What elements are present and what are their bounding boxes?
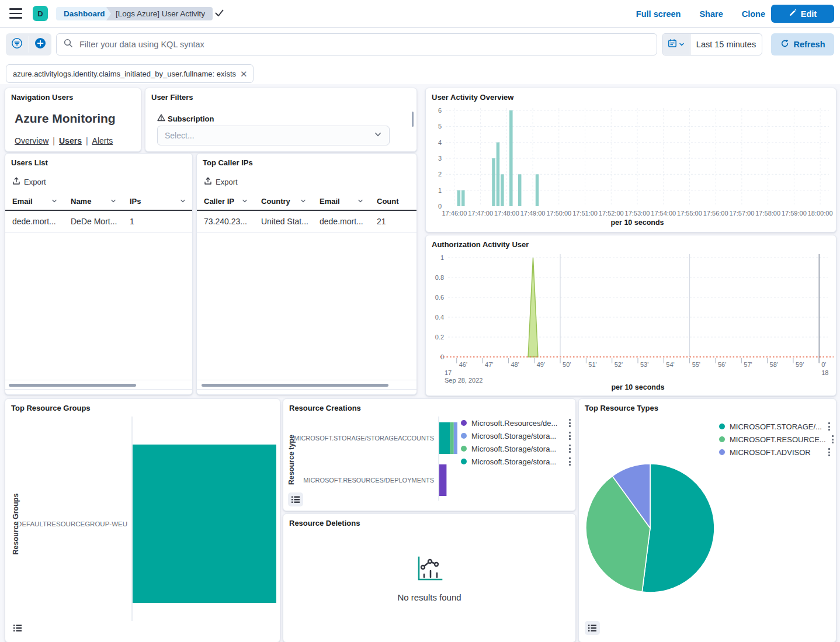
cell-ips: 1	[123, 217, 192, 226]
legend-dot	[719, 449, 725, 455]
search-input[interactable]	[78, 39, 650, 50]
add-filter-button[interactable]	[29, 33, 52, 55]
svg-text:55': 55'	[692, 361, 700, 368]
clone-button[interactable]: Clone	[742, 9, 765, 19]
column-header-email[interactable]: Email	[5, 197, 64, 206]
svg-text:per 10 seconds: per 10 seconds	[611, 383, 664, 391]
legend-options-icon[interactable]	[831, 434, 835, 445]
column-header-name[interactable]: Name	[64, 197, 123, 206]
table-row[interactable]: 73.240.23... United Stat... dede.mort...…	[197, 211, 416, 232]
edit-button[interactable]: Edit	[771, 5, 834, 23]
subscription-select[interactable]: Select...	[157, 126, 390, 145]
nav-link-overview[interactable]: Overview	[15, 136, 48, 145]
panel-title: Resource Creations	[289, 404, 361, 412]
table-row[interactable]: dede.mort... DeDe Mort... 1	[5, 211, 192, 232]
legend-label: Microsoft.Resources/de...	[471, 419, 563, 428]
refresh-button[interactable]: Refresh	[771, 33, 834, 55]
legend-options-icon[interactable]	[827, 421, 831, 432]
saved-query-menu-button[interactable]	[6, 33, 29, 55]
column-header-count[interactable]: Count	[370, 197, 416, 206]
legend-label: MICROSOFT.STORAGE/...	[730, 422, 822, 431]
separator: |	[86, 136, 88, 145]
menu-icon[interactable]	[9, 8, 22, 19]
space-avatar[interactable]: D	[33, 6, 48, 21]
chevron-down-icon	[374, 130, 382, 141]
header-actions: Full screen Share Clone	[636, 0, 765, 27]
legend-toggle-button[interactable]	[10, 621, 25, 635]
legend-toggle-button[interactable]	[585, 621, 600, 635]
export-button[interactable]: Export	[204, 177, 238, 187]
filter-pill-label: azure.activitylogs.identity.claims_initi…	[13, 70, 236, 78]
check-icon[interactable]	[215, 9, 224, 19]
legend-item[interactable]: Microsoft.Storage/stora...	[461, 429, 572, 442]
panel-title: Authorization Activity User	[432, 240, 529, 249]
panel-title: Top Caller IPs	[203, 158, 253, 167]
breadcrumb-dashboard[interactable]: Dashboard	[56, 7, 114, 20]
horizontal-scrollbar[interactable]	[9, 384, 136, 387]
svg-text:57': 57'	[744, 361, 752, 368]
applied-filter-pill[interactable]: azure.activitylogs.identity.claims_initi…	[6, 64, 254, 83]
refresh-button-label: Refresh	[794, 40, 825, 49]
svg-text:17:47:00: 17:47:00	[468, 210, 493, 217]
panel-top-resource-groups: Top Resource Groups DEFAULTRESOURCEGROUP…	[5, 398, 280, 642]
divider	[197, 389, 416, 390]
legend-item[interactable]: MICROSOFT.ADVISOR	[719, 446, 831, 459]
svg-text:18: 18	[821, 369, 828, 376]
column-header-ips[interactable]: IPs	[123, 197, 192, 206]
legend-item[interactable]: Microsoft.Storage/stora...	[461, 442, 572, 455]
svg-text:DEFAULTRESOURCEGROUP-WEU: DEFAULTRESOURCEGROUP-WEU	[17, 520, 127, 528]
top-resource-groups-chart[interactable]: DEFAULTRESOURCEGROUP-WEUResource Groups	[8, 415, 277, 626]
legend-label: Microsoft.Storage/stora...	[471, 445, 563, 453]
time-range-value[interactable]: Last 15 minutes	[690, 34, 762, 55]
svg-text:51': 51'	[588, 361, 596, 368]
authorization-activity-chart[interactable]: 00.20.40.60.8146'47'48'49'50'51'52'53'54…	[428, 252, 834, 395]
sort-chevron-icon	[357, 197, 364, 204]
legend-options-icon[interactable]	[568, 456, 572, 467]
legend-item[interactable]: MICROSOFT.RESOURCE...	[719, 433, 831, 446]
remove-filter-icon[interactable]: ✕	[240, 70, 248, 78]
export-label: Export	[24, 178, 46, 186]
user-activity-overview-chart[interactable]: 012345617:46:0017:47:0017:48:0017:49:001…	[428, 105, 834, 232]
legend-item[interactable]: MICROSOFT.STORAGE/...	[719, 420, 831, 433]
top-header: D Dashboard [Logs Azure] User Activity F…	[0, 0, 840, 28]
time-range-picker[interactable]: Last 15 minutes	[662, 33, 762, 55]
nav-link-users[interactable]: Users	[59, 136, 82, 145]
export-button[interactable]: Export	[12, 177, 46, 187]
sort-chevron-icon	[110, 197, 117, 204]
legend-dot	[461, 459, 467, 464]
field-label-text: Subscription	[168, 114, 214, 123]
share-button[interactable]: Share	[699, 9, 723, 19]
chevron-down-icon	[679, 39, 685, 50]
horizontal-scrollbar[interactable]	[202, 384, 388, 387]
svg-text:17: 17	[445, 369, 452, 376]
list-icon	[291, 495, 300, 504]
full-screen-button[interactable]: Full screen	[636, 9, 681, 19]
column-header-email[interactable]: Email	[313, 197, 370, 206]
breadcrumb-current-page[interactable]: [Logs Azure] User Activity	[106, 7, 213, 20]
legend-options-icon[interactable]	[568, 418, 572, 428]
calendar-menu-button[interactable]	[662, 34, 690, 55]
legend-options-icon[interactable]	[568, 431, 572, 441]
legend-options-icon[interactable]	[568, 443, 572, 454]
sort-chevron-icon	[241, 197, 248, 204]
svg-text:17:57:00: 17:57:00	[730, 210, 755, 217]
svg-text:0.8: 0.8	[435, 274, 444, 281]
svg-text:3: 3	[438, 155, 442, 162]
legend-dot	[461, 446, 467, 452]
top-resource-types-chart[interactable]	[579, 457, 721, 602]
warning-icon	[157, 114, 165, 123]
svg-text:Resource Groups: Resource Groups	[12, 494, 20, 555]
nav-link-alerts[interactable]: Alerts	[92, 136, 113, 145]
svg-text:58': 58'	[770, 361, 778, 368]
svg-text:49': 49'	[537, 361, 545, 368]
separator: |	[53, 136, 55, 145]
panel-scrollbar[interactable]	[412, 112, 414, 127]
column-header-caller-ip[interactable]: Caller IP	[197, 197, 254, 206]
column-header-country[interactable]: Country	[254, 197, 313, 206]
svg-text:4: 4	[438, 139, 442, 146]
svg-text:17:46:00: 17:46:00	[442, 210, 467, 217]
legend-item[interactable]: Microsoft.Resources/de...	[461, 417, 572, 429]
legend-options-icon[interactable]	[827, 447, 831, 457]
legend-toggle-button[interactable]	[288, 492, 303, 506]
legend-item[interactable]: Microsoft.Storage/stora...	[461, 455, 572, 468]
